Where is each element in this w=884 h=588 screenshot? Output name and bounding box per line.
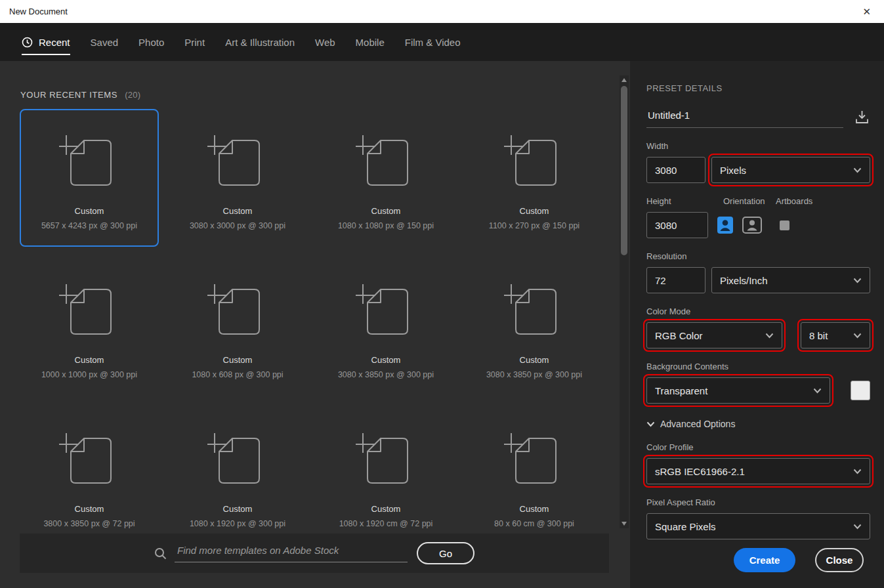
- scroll-up-icon[interactable]: [621, 78, 627, 82]
- preset-card-2[interactable]: Custom 3080 x 3000 px @ 300 ppi: [168, 109, 307, 247]
- document-name-input[interactable]: [646, 110, 843, 128]
- artboards-checkbox[interactable]: [780, 220, 789, 230]
- resolution-unit-dropdown[interactable]: Pixels/Inch: [711, 267, 870, 293]
- preset-card-9[interactable]: Custom 3800 x 3850 px @ 72 ppi: [20, 407, 159, 545]
- color-mode-label: Color Mode: [646, 306, 870, 316]
- document-preset-icon: [207, 428, 268, 494]
- scroll-down-icon[interactable]: [621, 522, 627, 526]
- go-button[interactable]: Go: [417, 542, 474, 564]
- search-icon: [154, 547, 167, 560]
- preset-card-title: Custom: [75, 355, 104, 365]
- orientation-portrait-button[interactable]: [717, 216, 734, 234]
- preset-card-title: Custom: [75, 206, 104, 216]
- background-color-swatch[interactable]: [851, 381, 870, 400]
- preset-card-title: Custom: [223, 206, 253, 216]
- create-button[interactable]: Create: [734, 548, 795, 572]
- window-title: New Document: [9, 7, 68, 16]
- width-label: Width: [646, 141, 870, 151]
- pixel-aspect-ratio-value: Square Pixels: [655, 521, 716, 532]
- vertical-scrollbar[interactable]: [620, 75, 629, 528]
- pixel-aspect-ratio-dropdown[interactable]: Square Pixels: [646, 513, 870, 539]
- document-preset-icon: [356, 279, 416, 345]
- preset-card-8[interactable]: Custom 3080 x 3850 px @ 300 ppi: [465, 258, 604, 396]
- portrait-person-icon: [717, 216, 734, 234]
- titlebar: New Document ✕: [0, 0, 884, 23]
- chevron-down-icon: [853, 167, 862, 173]
- preset-card-3[interactable]: Custom 1080 x 1080 px @ 150 ppi: [316, 109, 455, 247]
- tab-label: Print: [184, 37, 205, 48]
- preset-card-dims: 3800 x 3850 px @ 72 ppi: [43, 519, 135, 528]
- preset-card-title: Custom: [520, 355, 549, 365]
- document-preset-icon: [504, 130, 564, 196]
- preset-card-dims: 80 x 60 cm @ 300 ppi: [494, 519, 574, 528]
- preset-card-12[interactable]: Custom 80 x 60 cm @ 300 ppi: [465, 407, 604, 545]
- color-profile-dropdown[interactable]: sRGB IEC61966-2.1: [646, 458, 870, 484]
- tab-mobile[interactable]: Mobile: [356, 23, 385, 61]
- document-preset-icon: [356, 428, 416, 494]
- document-preset-icon: [504, 279, 564, 345]
- resolution-input[interactable]: [646, 267, 705, 293]
- document-preset-icon: [59, 428, 119, 494]
- width-unit-value: Pixels: [720, 165, 746, 176]
- tab-label: Photo: [138, 37, 164, 48]
- clock-icon: [22, 37, 33, 48]
- tab-recent[interactable]: Recent: [22, 23, 70, 61]
- preset-card-title: Custom: [223, 355, 253, 365]
- document-preset-icon: [356, 130, 416, 196]
- tab-photo[interactable]: Photo: [138, 23, 164, 61]
- preset-card-5[interactable]: Custom 1000 x 1000 px @ 300 ppi: [20, 258, 159, 396]
- preset-card-dims: 5657 x 4243 px @ 300 ppi: [41, 221, 137, 230]
- preset-card-dims: 1080 x 1920 cm @ 72 ppi: [339, 519, 433, 528]
- tab-saved[interactable]: Saved: [91, 23, 119, 61]
- preset-card-4[interactable]: Custom 1100 x 270 px @ 150 ppi: [465, 109, 604, 247]
- background-contents-dropdown[interactable]: Transparent: [646, 377, 830, 404]
- tab-label: Film & Video: [405, 37, 461, 48]
- save-preset-icon[interactable]: [854, 109, 870, 125]
- width-input[interactable]: [646, 157, 705, 183]
- chevron-down-icon: [853, 278, 862, 284]
- height-input[interactable]: [646, 212, 708, 238]
- color-profile-label: Color Profile: [646, 442, 870, 452]
- tab-film-video[interactable]: Film & Video: [405, 23, 461, 61]
- recent-items-count: (20): [125, 90, 140, 100]
- preset-card-title: Custom: [371, 355, 401, 365]
- color-mode-dropdown[interactable]: RGB Color: [646, 322, 782, 348]
- preset-card-dims: 1080 x 1080 px @ 150 ppi: [338, 221, 434, 230]
- preset-card-7[interactable]: Custom 3080 x 3850 px @ 300 ppi: [316, 258, 455, 396]
- preset-card-1[interactable]: Custom 5657 x 4243 px @ 300 ppi: [20, 109, 159, 247]
- adobe-stock-search-bar: Go: [20, 534, 609, 573]
- new-document-dialog: New Document ✕ Recent Saved Photo Print …: [0, 0, 884, 588]
- document-preset-icon: [207, 279, 268, 345]
- preset-card-dims: 1080 x 1920 px @ 300 ppi: [190, 519, 285, 528]
- preset-card-title: Custom: [520, 206, 549, 216]
- tab-art-illustration[interactable]: Art & Illustration: [225, 23, 295, 61]
- close-button[interactable]: Close: [815, 548, 864, 572]
- stock-search-input[interactable]: [175, 545, 408, 562]
- preset-card-title: Custom: [75, 504, 104, 514]
- document-preset-icon: [59, 279, 119, 345]
- preset-card-10[interactable]: Custom 1080 x 1920 px @ 300 ppi: [168, 407, 307, 545]
- document-preset-icon: [504, 428, 564, 494]
- tab-web[interactable]: Web: [315, 23, 335, 61]
- preset-details-panel: PRESET DETAILS Width Pixels Height Orien…: [630, 61, 884, 588]
- bit-depth-dropdown[interactable]: 8 bit: [801, 322, 870, 348]
- advanced-options-toggle[interactable]: Advanced Options: [646, 419, 870, 429]
- tab-label: Saved: [91, 37, 119, 48]
- preset-card-6[interactable]: Custom 1080 x 608 px @ 300 ppi: [168, 258, 307, 396]
- recent-items-panel: YOUR RECENT ITEMS (20) Custom 5657 x 424…: [0, 61, 630, 588]
- chevron-down-icon: [646, 421, 655, 427]
- category-tabbar: Recent Saved Photo Print Art & Illustrat…: [0, 23, 884, 61]
- close-icon[interactable]: ✕: [858, 5, 875, 19]
- width-unit-dropdown[interactable]: Pixels: [711, 157, 870, 183]
- chevron-down-icon: [853, 524, 862, 530]
- chevron-down-icon: [813, 388, 822, 394]
- orientation-landscape-button[interactable]: [742, 217, 762, 234]
- chevron-down-icon: [765, 333, 774, 339]
- preset-card-title: Custom: [223, 504, 253, 514]
- preset-card-11[interactable]: Custom 1080 x 1920 cm @ 72 ppi: [316, 407, 455, 545]
- tab-label: Art & Illustration: [225, 37, 295, 48]
- tab-label: Web: [315, 37, 335, 48]
- preset-card-title: Custom: [371, 206, 401, 216]
- tab-print[interactable]: Print: [184, 23, 205, 61]
- scrollbar-thumb[interactable]: [621, 86, 627, 255]
